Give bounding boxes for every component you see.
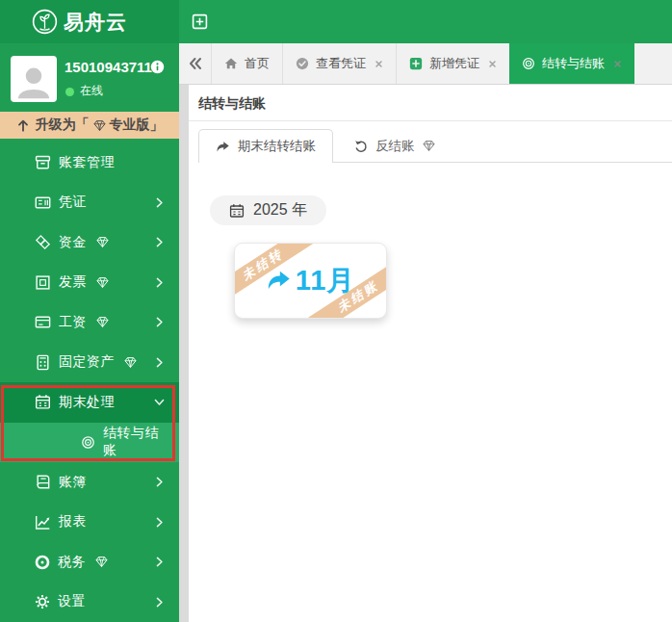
sidebar-item-label: 税务: [58, 554, 86, 571]
sidebar-item-label: 账套管理: [59, 154, 115, 171]
chart-icon: [35, 514, 51, 531]
logo-icon: [32, 9, 58, 35]
sidebar-item-label: 工资: [59, 314, 87, 331]
gem-icon: [423, 140, 435, 152]
online-dot: [65, 88, 74, 96]
upgrade-label-suffix: 专业版」: [110, 117, 164, 134]
forward-arrow-icon: [266, 268, 292, 294]
home-icon: [224, 57, 238, 70]
calendar-icon: [35, 394, 51, 410]
chevron-right-icon: [153, 196, 166, 209]
year-selector[interactable]: 2025 年: [210, 195, 326, 225]
target-icon: [81, 435, 95, 450]
sidebar-item-tax[interactable]: 税务: [0, 542, 179, 583]
sidebar-item-period-end[interactable]: 期末处理: [0, 382, 179, 423]
content-panel: 结转与结账 期末结转结账 反结账 2025 年 未结转 未结账 11月: [189, 85, 672, 622]
tab-label: 结转与结账: [542, 55, 605, 72]
sidebar-menu: 账套管理 凭证 资金 发票 工资 固定资产: [0, 143, 179, 622]
archive-icon: [35, 154, 51, 170]
year-label: 2025 年: [253, 200, 307, 220]
voucher-icon: [35, 194, 51, 211]
logo-area: 易舟云: [0, 0, 179, 43]
tab-label: 反结账: [375, 138, 415, 155]
forward-arrow-icon: [216, 140, 230, 154]
funds-icon: [35, 234, 51, 250]
close-icon[interactable]: [488, 60, 497, 68]
gem-icon: [96, 316, 109, 328]
fixed-assets-icon: [35, 354, 51, 371]
tab-view-voucher[interactable]: 查看凭证: [282, 43, 396, 84]
upgrade-label-prefix: 升级为「: [36, 117, 90, 134]
tab-new-voucher[interactable]: 新增凭证: [396, 43, 509, 84]
sidebar-item-label: 期末处理: [59, 394, 115, 411]
gem-icon: [124, 356, 137, 369]
sidebar-item-reports[interactable]: 报表: [0, 503, 179, 543]
online-status: 在线: [80, 83, 103, 99]
month-card-center: 11月: [235, 244, 386, 318]
avatar[interactable]: [11, 56, 57, 102]
sidebar-item-invoices[interactable]: 发票: [0, 263, 179, 303]
gem-icon: [93, 119, 106, 132]
undo-icon: [354, 140, 368, 153]
sidebar-item-label: 凭证: [59, 194, 87, 211]
tab-period-end-carryover[interactable]: 期末结转结账: [198, 129, 333, 163]
top-bar: 易舟云: [0, 0, 672, 43]
month-label: 11月: [296, 262, 356, 300]
page-title: 结转与结账: [198, 95, 266, 113]
tab-reverse-settlement[interactable]: 反结账: [333, 129, 456, 163]
up-arrow-icon: [16, 118, 30, 132]
tab-home[interactable]: 首页: [211, 43, 282, 84]
sidebar-item-label: 资金: [59, 234, 87, 251]
sidebar-item-label: 账簿: [59, 474, 87, 491]
sidebar-item-label: 发票: [59, 273, 87, 291]
target-icon: [522, 57, 535, 70]
content-gutter: [179, 85, 189, 622]
month-card-november[interactable]: 未结转 未结账 11月: [234, 243, 387, 319]
chevron-right-icon: [153, 316, 166, 328]
sidebar-item-carryover-settlement[interactable]: 结转与结账: [0, 423, 179, 463]
invoice-icon: [35, 274, 51, 291]
calendar-icon: [229, 203, 245, 219]
gem-icon: [96, 236, 109, 248]
sidebar-item-vouchers[interactable]: 凭证: [0, 183, 179, 223]
gear-icon: [35, 594, 50, 609]
sidebar-item-account-books[interactable]: 账套管理: [0, 143, 179, 183]
logo-text: 易舟云: [64, 9, 127, 36]
plus-square-icon: [409, 57, 423, 70]
sidebar-item-fixed-assets[interactable]: 固定资产: [0, 343, 179, 383]
tab-label: 新增凭证: [429, 55, 479, 72]
chevron-down-icon: [153, 396, 166, 408]
sidebar-item-ledgers[interactable]: 账簿: [0, 462, 179, 503]
close-icon[interactable]: [375, 60, 383, 68]
tab-carryover-settlement[interactable]: 结转与结账: [509, 43, 634, 84]
content-tabs: 期末结转结账 反结账: [198, 129, 456, 163]
close-icon[interactable]: [613, 60, 622, 68]
sidebar: 15010943711 在线 升级为「专业版」 账套管理 凭证 资金 发票: [0, 43, 179, 622]
chevron-right-icon: [153, 276, 166, 289]
sidebar-item-label: 固定资产: [59, 353, 115, 371]
chevron-right-icon: [153, 556, 166, 568]
chevron-right-icon: [153, 236, 166, 248]
chevron-right-icon: [153, 356, 166, 369]
tax-icon: [35, 555, 50, 570]
sidebar-item-salary[interactable]: 工资: [0, 302, 179, 343]
book-icon: [35, 474, 51, 490]
divider: [189, 120, 672, 121]
chevron-right-icon: [153, 516, 166, 529]
chevron-right-icon: [153, 476, 166, 488]
chevron-right-icon: [153, 596, 166, 609]
tab-label: 首页: [245, 55, 270, 72]
sidebar-item-settings[interactable]: 设置: [0, 583, 179, 622]
tab-label: 期末结转结账: [238, 138, 316, 155]
tab-label: 查看凭证: [316, 55, 366, 72]
upgrade-banner[interactable]: 升级为「专业版」: [0, 112, 179, 139]
check-circle-icon: [296, 57, 309, 70]
sidebar-item-funds[interactable]: 资金: [0, 222, 179, 263]
gem-icon: [95, 556, 108, 568]
grid-plus-icon[interactable]: [192, 13, 208, 30]
sidebar-item-label: 报表: [59, 513, 87, 531]
user-phone: 15010943711: [65, 59, 152, 75]
tab-bar: 首页 查看凭证 新增凭证 结转与结账: [179, 43, 672, 85]
double-chevron-left-icon[interactable]: [179, 43, 211, 84]
info-icon[interactable]: [150, 60, 165, 74]
